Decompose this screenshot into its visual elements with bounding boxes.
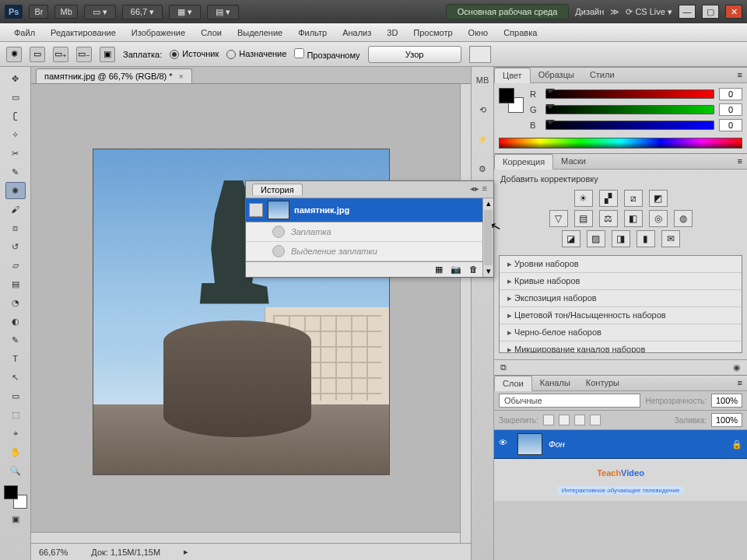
history-panel[interactable]: История ◂▸≡ памятник.jpg Заплатка Выделе… [245, 180, 494, 278]
history-scrollbar[interactable]: ▴ ▾ [482, 198, 493, 277]
lock-all-icon[interactable] [590, 415, 601, 425]
lasso-tool-icon[interactable]: ʗ [5, 107, 26, 124]
shape-tool-icon[interactable]: ▭ [5, 387, 26, 404]
gradient-map-icon[interactable]: ▮ [637, 230, 655, 247]
move-tool-icon[interactable]: ✥ [5, 70, 26, 87]
eraser-tool-icon[interactable]: ▱ [5, 257, 26, 274]
invert-icon[interactable]: ◪ [562, 230, 580, 247]
selection-sub-icon[interactable]: ▭₋ [76, 47, 92, 62]
balance-icon[interactable]: ⚖ [599, 210, 618, 227]
preset-row[interactable]: Уровни наборов [500, 256, 742, 273]
close-button[interactable]: ✕ [725, 5, 742, 19]
stamp-tool-icon[interactable]: ⧈ [5, 219, 26, 236]
extra-combo[interactable]: ▤ ▾ [207, 5, 239, 19]
cs-live-button[interactable]: ⟳ CS Live ▾ [626, 7, 672, 17]
preset-row[interactable]: Экспозиция наборов [500, 290, 742, 307]
menu-select[interactable]: Выделение [230, 25, 290, 40]
r-value[interactable]: 0 [719, 88, 742, 100]
tool-preset-icon[interactable]: ✺ [6, 47, 22, 62]
color-panel-menu-icon[interactable]: ≡ [733, 68, 747, 82]
layers-panel-menu-icon[interactable]: ≡ [733, 376, 747, 390]
hand-tool-icon[interactable]: ✋ [5, 443, 26, 460]
adj-footer-left-icon[interactable]: ⧉ [500, 362, 507, 373]
photo-filter-icon[interactable]: ◎ [649, 210, 668, 227]
doc-size-readout[interactable]: Док: 1,15M/1,15M [91, 548, 160, 557]
history-tab[interactable]: История [252, 184, 303, 195]
eyedropper-tool-icon[interactable]: ✎ [5, 163, 26, 180]
vertical-scrollbar[interactable] [460, 84, 471, 543]
history-snapshot-row[interactable]: памятник.jpg [246, 198, 482, 222]
history-dock-icon[interactable]: ⟲ [474, 101, 491, 118]
layer-row[interactable]: 👁 Фон 🔒 [494, 430, 747, 459]
tab-masks[interactable]: Маски [553, 154, 594, 169]
fill-value[interactable]: 100% [711, 413, 742, 427]
workspace-design[interactable]: Дизайн [575, 7, 604, 16]
arrange-combo[interactable]: ▦ ▾ [169, 5, 201, 19]
history-collapse-icon[interactable]: ◂▸ [470, 184, 479, 195]
tab-color[interactable]: Цвет [494, 68, 531, 83]
history-step-row[interactable]: Выделение заплатки [246, 242, 482, 261]
transparent-check[interactable]: Прозрачному [294, 48, 359, 60]
zoom-readout[interactable]: 66,67% [39, 548, 68, 557]
brush-tool-icon[interactable]: 🖌 [5, 201, 26, 218]
blend-mode-combo[interactable]: Обычные [499, 394, 640, 408]
selective-color-icon[interactable]: ✉ [661, 230, 680, 247]
lock-position-icon[interactable] [559, 415, 570, 425]
threshold-icon[interactable]: ◨ [612, 230, 630, 247]
selection-add-icon[interactable]: ▭₊ [53, 47, 68, 62]
menu-view[interactable]: Просмотр [405, 25, 460, 40]
pen-tool-icon[interactable]: ✎ [5, 331, 26, 348]
dodge-tool-icon[interactable]: ◐ [5, 313, 26, 330]
g-slider[interactable] [545, 105, 714, 114]
path-tool-icon[interactable]: ↖ [5, 369, 26, 386]
lock-pixels-icon[interactable] [543, 415, 554, 425]
pattern-button[interactable]: Узор [368, 46, 461, 63]
history-brush-tool-icon[interactable]: ↺ [5, 238, 26, 255]
menu-3d[interactable]: 3D [379, 25, 405, 40]
history-menu-icon[interactable]: ≡ [482, 184, 487, 195]
source-radio[interactable]: Источник [170, 49, 219, 59]
minibridge-button[interactable]: Mb [54, 5, 77, 19]
r-slider[interactable] [545, 89, 714, 99]
opacity-value[interactable]: 100% [711, 394, 742, 408]
channel-mixer-icon[interactable]: ◍ [674, 210, 693, 227]
new-snapshot-icon[interactable]: 📷 [451, 264, 461, 275]
wand-tool-icon[interactable]: ✧ [5, 126, 26, 143]
selection-int-icon[interactable]: ▣ [100, 47, 115, 62]
gradient-tool-icon[interactable]: ▤ [5, 275, 26, 292]
history-brush-source-icon[interactable] [249, 203, 263, 217]
pattern-swatch[interactable] [469, 46, 491, 63]
adj-footer-right-icon[interactable]: ◉ [733, 362, 741, 373]
menu-layer[interactable]: Слои [193, 25, 230, 40]
tab-adjustments[interactable]: Коррекция [494, 154, 553, 170]
menu-edit[interactable]: Редактирование [43, 25, 124, 40]
maximize-button[interactable]: ▢ [702, 5, 719, 19]
preset-row[interactable]: Кривые наборов [500, 273, 742, 290]
status-chevron-icon[interactable]: ▸ [184, 547, 188, 557]
actions-dock-icon[interactable]: ⚡ [474, 131, 491, 148]
selection-new-icon[interactable]: ▭ [30, 47, 45, 62]
doc-tab-close-icon[interactable]: × [179, 72, 184, 81]
menu-filter[interactable]: Фильтр [290, 25, 335, 40]
adjust-panel-menu-icon[interactable]: ≡ [733, 154, 747, 169]
vibrance-icon[interactable]: ▽ [549, 210, 568, 227]
menu-image[interactable]: Изображение [124, 25, 193, 40]
menu-analysis[interactable]: Анализ [335, 25, 379, 40]
panel-color-swatches[interactable] [499, 88, 524, 113]
zoom-tool-icon[interactable]: 🔍 [5, 462, 26, 479]
g-value[interactable]: 0 [719, 103, 742, 116]
bw-icon[interactable]: ◧ [624, 210, 643, 227]
history-step-row[interactable]: Заплатка [246, 222, 482, 242]
color-spectrum[interactable] [499, 138, 742, 149]
visibility-icon[interactable]: 👁 [499, 438, 511, 450]
tab-swatches[interactable]: Образцы [531, 68, 582, 82]
exposure-icon[interactable]: ◩ [649, 190, 668, 207]
tab-layers[interactable]: Слои [494, 376, 532, 391]
workspace-primary[interactable]: Основная рабочая среда [446, 4, 570, 19]
bridge-button[interactable]: Br [29, 5, 48, 19]
camera-tool-icon[interactable]: ⌖ [5, 425, 26, 442]
properties-dock-icon[interactable]: ⚙ [474, 160, 491, 177]
preset-row[interactable]: Микширование каналов наборов [500, 341, 742, 353]
patch-tool-icon[interactable]: ✺ [5, 182, 26, 199]
3d-tool-icon[interactable]: ⬚ [5, 406, 26, 423]
